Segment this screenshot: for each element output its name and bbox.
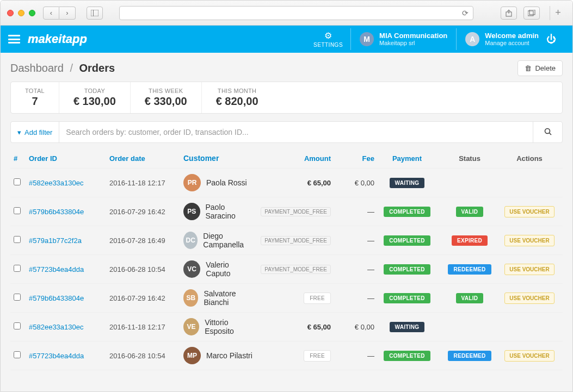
col-order-date[interactable]: Order date xyxy=(109,154,183,163)
payment-badge: COMPLETED xyxy=(384,264,430,275)
svg-rect-0 xyxy=(91,10,98,16)
minimize-window-icon[interactable] xyxy=(18,10,24,16)
col-payment[interactable]: Payment xyxy=(374,154,440,163)
use-voucher-button[interactable]: USE VOUCHER xyxy=(504,264,554,275)
svg-line-6 xyxy=(549,133,551,135)
svg-rect-4 xyxy=(529,10,535,15)
payment-badge: WAITING xyxy=(390,322,425,332)
payment-badge: COMPLETED xyxy=(384,293,430,303)
payment-mode-badge: PAYMENT_MODE_FREE xyxy=(261,236,331,245)
breadcrumb-root[interactable]: Dashboard xyxy=(10,62,64,74)
customer-name: Diego Campanella xyxy=(203,232,255,249)
stat-value: 7 xyxy=(25,95,45,108)
stat-card: TOTAL7 xyxy=(11,82,59,113)
col-actions: Actions xyxy=(500,154,559,163)
stat-label: THIS MONTH xyxy=(216,88,258,94)
fee-value: — xyxy=(331,294,374,302)
payment-badge: WAITING xyxy=(390,178,425,188)
account-menu[interactable]: A Welcome admin Manage account ⏻ xyxy=(456,28,565,50)
user-title: Welcome admin xyxy=(485,32,539,40)
order-date: 2016-06-28 10:54 xyxy=(109,352,183,360)
new-tab-button[interactable]: + xyxy=(550,6,566,20)
customer-name: Marco Pilastri xyxy=(206,351,252,360)
col-amount[interactable]: Amount xyxy=(255,154,331,163)
order-date: 2016-11-18 12:17 xyxy=(109,323,183,331)
forward-button[interactable]: › xyxy=(59,7,76,20)
order-date: 2016-11-18 12:17 xyxy=(109,179,183,187)
payment-mode-badge: PAYMENT_MODE_FREE xyxy=(261,265,331,274)
free-badge: FREE xyxy=(304,350,331,362)
customer-avatar: VC xyxy=(183,260,200,278)
order-id-link[interactable]: #579b6b433804e xyxy=(29,208,109,216)
col-order-id[interactable]: Order ID xyxy=(29,154,109,163)
reload-icon[interactable]: ⟳ xyxy=(462,9,469,17)
row-checkbox[interactable] xyxy=(14,236,21,243)
customer-avatar: PS xyxy=(183,203,200,220)
maximize-window-icon[interactable] xyxy=(29,10,35,16)
search-button[interactable] xyxy=(533,122,562,142)
row-checkbox[interactable] xyxy=(14,265,21,272)
breadcrumb-sep: / xyxy=(70,62,73,74)
table-row: #579a1b77c2f2a2016-07-28 16:49DCDiego Ca… xyxy=(10,226,563,255)
fee-value: — xyxy=(331,237,374,245)
org-switcher[interactable]: M MIA Communication Makeitapp srl xyxy=(350,28,456,50)
order-id-link[interactable]: #579a1b77c2f2a xyxy=(29,237,109,245)
payment-badge: COMPLETED xyxy=(384,207,430,217)
customer-avatar: MP xyxy=(183,347,201,364)
fee-value: — xyxy=(331,265,374,273)
col-status: Status xyxy=(440,154,500,163)
share-icon[interactable] xyxy=(501,7,517,20)
row-checkbox[interactable] xyxy=(14,207,21,214)
order-date: 2016-06-28 10:54 xyxy=(109,265,183,273)
use-voucher-button[interactable]: USE VOUCHER xyxy=(504,206,554,217)
stat-value: € 820,00 xyxy=(216,95,258,108)
order-id-link[interactable]: #57723b4ea4dda xyxy=(29,352,109,360)
delete-button[interactable]: 🗑 Delete xyxy=(517,60,563,76)
row-checkbox[interactable] xyxy=(14,322,21,329)
payment-badge: COMPLETED xyxy=(384,235,430,246)
stat-card: THIS MONTH€ 820,00 xyxy=(202,82,273,113)
fee-value: — xyxy=(331,208,374,216)
status-badge: REDEEMED xyxy=(448,351,491,361)
col-hash[interactable]: # xyxy=(14,154,29,163)
order-date: 2016-07-28 16:49 xyxy=(109,237,183,245)
sidebar-toggle-icon[interactable] xyxy=(87,7,103,20)
browser-toolbar: ‹ › ⟳ + xyxy=(1,1,572,26)
app-logo[interactable]: makeitapp xyxy=(28,32,87,46)
page-title: Orders xyxy=(79,62,115,74)
col-customer[interactable]: Customer xyxy=(183,154,255,163)
user-avatar: A xyxy=(465,32,479,46)
add-filter-button[interactable]: ▾ Add filter xyxy=(11,122,59,142)
stat-label: THIS WEEK xyxy=(145,88,187,94)
org-title: MIA Communication xyxy=(379,32,447,40)
window-controls[interactable] xyxy=(7,10,35,16)
back-button[interactable]: ‹ xyxy=(43,7,59,20)
gear-icon: ⚙ xyxy=(324,30,332,41)
svg-point-5 xyxy=(545,128,550,133)
search-input[interactable] xyxy=(59,122,533,142)
menu-icon[interactable] xyxy=(8,35,20,43)
row-checkbox[interactable] xyxy=(14,351,21,358)
amount-value: € 65,00 xyxy=(307,179,331,187)
row-checkbox[interactable] xyxy=(14,178,21,185)
order-id-link[interactable]: #582ee33a130ec xyxy=(29,323,109,331)
settings-label: SETTINGS xyxy=(313,42,343,48)
close-window-icon[interactable] xyxy=(7,10,14,16)
use-voucher-button[interactable]: USE VOUCHER xyxy=(504,350,554,362)
row-checkbox[interactable] xyxy=(14,294,21,301)
table-row: #579b6b433804e2016-07-29 16:42SBSalvator… xyxy=(10,284,563,313)
col-fee[interactable]: Fee xyxy=(331,154,374,163)
org-avatar: M xyxy=(360,32,374,46)
address-bar[interactable]: ⟳ xyxy=(119,6,473,20)
order-id-link[interactable]: #579b6b433804e xyxy=(29,294,109,302)
use-voucher-button[interactable]: USE VOUCHER xyxy=(504,235,554,246)
customer-avatar: DC xyxy=(183,232,198,249)
add-filter-label: Add filter xyxy=(24,128,52,136)
amount-value: € 65,00 xyxy=(307,323,331,331)
settings-button[interactable]: ⚙ SETTINGS xyxy=(306,30,350,48)
order-id-link[interactable]: #582ee33a130ec xyxy=(29,179,109,187)
use-voucher-button[interactable]: USE VOUCHER xyxy=(504,293,554,304)
order-id-link[interactable]: #57723b4ea4dda xyxy=(29,265,109,273)
power-icon[interactable]: ⏻ xyxy=(546,34,556,45)
tabs-overview-icon[interactable] xyxy=(523,7,540,20)
